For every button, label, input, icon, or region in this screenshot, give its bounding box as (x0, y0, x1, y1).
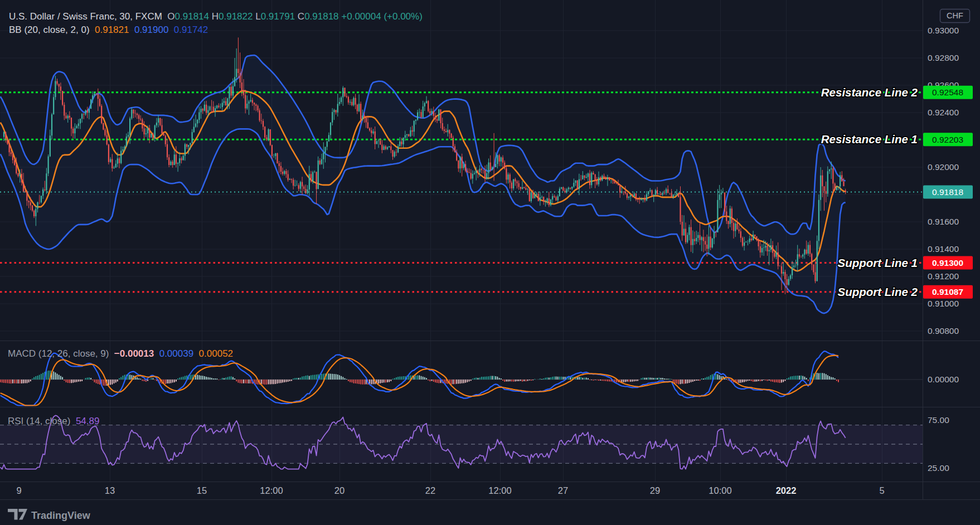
svg-text:13: 13 (105, 485, 115, 495)
svg-text:0.91200: 0.91200 (928, 271, 959, 281)
svg-text:0.91600: 0.91600 (928, 217, 959, 226)
svg-text:2022: 2022 (776, 485, 797, 495)
svg-text:0.92000: 0.92000 (928, 162, 959, 172)
svg-text:29: 29 (650, 485, 660, 495)
svg-text:BB (20, close, 2, 0) 0.91821: BB (20, close, 2, 0) 0.91821 0.91900 0.9… (9, 25, 208, 35)
svg-text:0.91400: 0.91400 (928, 244, 959, 254)
svg-text:0.92800: 0.92800 (928, 53, 959, 62)
svg-text:25.00: 25.00 (928, 463, 949, 473)
svg-text:0.93000: 0.93000 (928, 26, 959, 35)
svg-text:RSI (14, close) 54.89: RSI (14, close) 54.89 (8, 416, 99, 426)
svg-text:5: 5 (879, 485, 884, 495)
svg-text:0.91000: 0.91000 (928, 299, 959, 308)
svg-text:0.91300: 0.91300 (932, 258, 963, 268)
svg-text:12:00: 12:00 (488, 485, 511, 495)
svg-text:9: 9 (16, 485, 21, 495)
svg-text:10:00: 10:00 (709, 485, 731, 495)
svg-text:15: 15 (197, 485, 207, 495)
svg-text:12:00: 12:00 (260, 485, 283, 495)
svg-text:TradingView: TradingView (31, 510, 91, 521)
svg-text:22: 22 (425, 485, 435, 495)
svg-text:0.91087: 0.91087 (932, 287, 963, 296)
svg-text:Support Line 2: Support Line 2 (838, 285, 918, 298)
svg-text:0.91818: 0.91818 (932, 187, 963, 197)
svg-text:Resistance Line 2: Resistance Line 2 (821, 86, 918, 99)
svg-text:MACD (12, 26, close, 9) −0.00: MACD (12, 26, close, 9) −0.00013 0.00039… (8, 348, 233, 359)
svg-text:0.90800: 0.90800 (928, 326, 959, 336)
svg-text:Support Line 1: Support Line 1 (838, 256, 918, 269)
svg-text:0.92203: 0.92203 (932, 135, 963, 144)
svg-text:CHF: CHF (947, 11, 963, 20)
svg-text:Resistance Line 1: Resistance Line 1 (821, 133, 918, 145)
svg-text:20: 20 (334, 485, 345, 495)
svg-text:0.92548: 0.92548 (932, 88, 963, 97)
svg-text:0.00000: 0.00000 (928, 375, 959, 384)
svg-text:27: 27 (558, 485, 568, 495)
svg-text:75.00: 75.00 (928, 415, 949, 425)
svg-text:0.92400: 0.92400 (928, 108, 959, 117)
svg-text:U.S. Dollar / Swiss Franc, 30,: U.S. Dollar / Swiss Franc, 30, FXCM O0.9… (9, 11, 423, 22)
